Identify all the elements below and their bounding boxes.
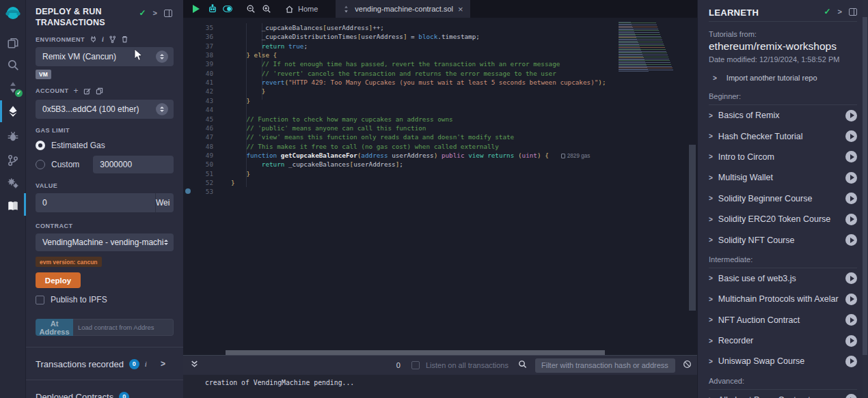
tutorial-item[interactable]: >Basic use of web3.js (709, 268, 857, 289)
play-tutorial-button[interactable] (845, 394, 857, 398)
tutorial-item[interactable]: >Multichain Protocols with Axelar (709, 289, 857, 309)
run-script-icon[interactable] (193, 5, 200, 13)
line-number[interactable]: 35 (183, 23, 213, 32)
line-number[interactable]: 52 (183, 178, 213, 187)
environment-select[interactable]: Remix VM (Cancun) (36, 47, 174, 66)
tab-vending-machine-contract[interactable]: vending-machine-contract.sol × (336, 0, 470, 18)
solidity-compiler-icon[interactable]: ✓ (0, 77, 26, 98)
play-tutorial-button[interactable] (845, 234, 857, 246)
line-number[interactable]: 42 (183, 87, 213, 96)
play-tutorial-button[interactable] (845, 130, 857, 142)
play-tutorial-button[interactable] (845, 272, 857, 284)
play-tutorial-button[interactable] (845, 110, 857, 122)
debugger-icon[interactable] (0, 126, 26, 147)
transactions-recorded-row[interactable]: Transactions recorded 0 i > (36, 356, 174, 371)
ai-assistant-icon[interactable] (208, 0, 217, 18)
terminal-output[interactable]: creation of VendingMachine pending... [v… (183, 375, 697, 398)
at-address-input[interactable] (73, 319, 174, 336)
account-select[interactable]: 0x5B3...eddC4 (100 ether) (36, 100, 174, 119)
at-address-button[interactable]: At Address (36, 319, 73, 336)
line-number[interactable]: 41 (183, 78, 213, 87)
tutorial-item[interactable]: >Solidity NFT Course (709, 229, 857, 250)
transactions-expand-icon[interactable]: > (161, 359, 165, 369)
play-tutorial-button[interactable] (845, 214, 857, 225)
value-input[interactable] (36, 193, 155, 212)
tutorial-item[interactable]: >Solidity ERC20 Token Course (709, 209, 857, 229)
custom-gas-radio[interactable] (36, 160, 45, 169)
learneth-icon[interactable] (0, 196, 26, 216)
line-number[interactable]: 46 (183, 124, 213, 132)
zoom-in-icon[interactable] (262, 0, 271, 18)
tutorial-item[interactable]: >Hash Checker Tutorial (709, 126, 857, 146)
home-tab[interactable]: Home (285, 5, 318, 14)
tutorial-item[interactable]: >Recorder (709, 330, 857, 351)
line-number[interactable]: 49 (183, 151, 213, 160)
editor-vertical-scrollbar[interactable] (689, 18, 696, 350)
listen-all-checkbox[interactable] (411, 361, 420, 369)
tutorial-item[interactable]: >Multisig Wallet (709, 167, 857, 188)
line-number[interactable]: 48 (183, 142, 213, 151)
tutorial-item[interactable]: >Basics of Remix (709, 105, 857, 126)
line-number[interactable]: 39 (183, 59, 213, 68)
line-number[interactable]: 44 (183, 105, 213, 114)
clear-terminal-icon[interactable] (683, 359, 692, 371)
line-number[interactable]: 50 (183, 160, 213, 169)
terminal-search-icon[interactable] (518, 359, 527, 371)
tutorial-item[interactable]: >Solidity Beginner Course (709, 188, 857, 209)
tutorial-item[interactable]: >NFT Auction Contract (709, 310, 857, 330)
editor-minimap[interactable] (619, 22, 687, 74)
play-tutorial-button[interactable] (845, 172, 857, 184)
plug-icon[interactable] (90, 35, 97, 43)
value-unit-select[interactable]: Wei (155, 193, 174, 212)
ai-toggle-icon[interactable] (223, 0, 232, 18)
play-tutorial-button[interactable] (845, 335, 857, 347)
plugin-manager-icon[interactable] (0, 173, 26, 193)
environment-info-icon[interactable]: i (102, 35, 104, 43)
search-icon[interactable] (0, 55, 26, 75)
custom-gas-input[interactable] (93, 156, 174, 173)
tutorial-item[interactable]: >All about Proxy Contracts (709, 390, 857, 398)
play-tutorial-button[interactable] (845, 314, 857, 326)
line-number[interactable]: 45 (183, 115, 213, 124)
tutorial-item[interactable]: >Intro to Circom (709, 147, 857, 167)
line-number[interactable]: 38 (183, 51, 213, 59)
line-number[interactable]: 37 (183, 42, 213, 51)
play-tutorial-button[interactable] (845, 151, 857, 162)
line-number[interactable]: 47 (183, 132, 213, 141)
estimated-gas-radio[interactable] (36, 141, 45, 150)
file-explorer-icon[interactable] (0, 33, 26, 53)
edit-account-icon[interactable] (83, 87, 91, 95)
learneth-expand-icon[interactable]: > (838, 8, 842, 16)
learneth-pin-icon[interactable] (849, 8, 857, 16)
code-editor[interactable]: 35363738394041424344454647484950515253 _… (183, 18, 697, 350)
publish-ipfs-checkbox[interactable] (36, 296, 44, 304)
zoom-out-icon[interactable] (246, 0, 256, 18)
panel-pin-icon[interactable] (164, 10, 172, 17)
play-tutorial-button[interactable] (845, 356, 857, 367)
deployed-contracts-row[interactable]: Deployed Contracts 0 (36, 389, 174, 398)
tutorial-item[interactable]: >Uniswap Swap Course (709, 351, 857, 371)
deploy-run-icon[interactable] (0, 101, 26, 122)
line-number[interactable]: 40 (183, 69, 213, 78)
contract-select[interactable]: VendingMachine - vending-machin (36, 233, 174, 251)
fork-environment-icon[interactable] (109, 35, 116, 43)
transactions-info-icon[interactable]: i (145, 360, 147, 368)
copy-account-icon[interactable] (96, 87, 103, 95)
remix-logo-icon[interactable] (0, 3, 26, 25)
line-number[interactable]: 36 (183, 32, 213, 41)
editor-horizontal-scrollbar[interactable] (183, 350, 697, 355)
learneth-scrollbar[interactable] (863, 0, 867, 398)
play-tutorial-button[interactable] (845, 193, 857, 204)
add-account-icon[interactable]: + (74, 86, 79, 96)
play-tutorial-button[interactable] (845, 294, 857, 305)
trash-icon[interactable] (121, 35, 128, 43)
source-control-icon[interactable] (0, 150, 26, 171)
terminal-filter-input[interactable] (535, 358, 675, 373)
collapse-terminal-icon[interactable] (190, 359, 199, 371)
line-number[interactable]: 51 (183, 169, 213, 178)
line-number[interactable]: 43 (183, 96, 213, 105)
close-tab-icon[interactable]: × (458, 5, 463, 14)
deploy-button[interactable]: Deploy (36, 272, 81, 288)
panel-expand-icon[interactable]: > (153, 9, 157, 17)
import-tutorial-repo[interactable]: > Import another tutorial repo (709, 74, 857, 82)
